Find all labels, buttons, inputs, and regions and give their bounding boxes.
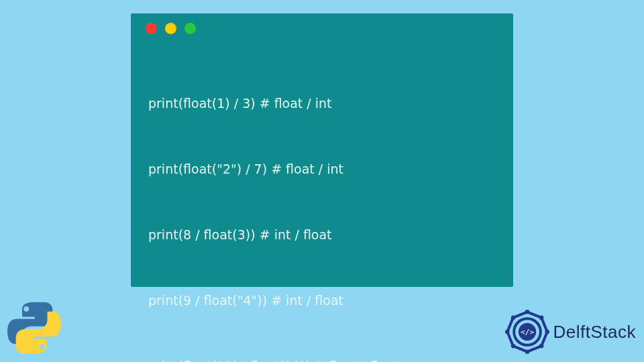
minimize-icon xyxy=(165,23,176,34)
code-line: print(float("2") / 7) # float / int xyxy=(148,158,496,180)
code-line: print(float(11) / float(10)) # float / f… xyxy=(148,355,496,362)
svg-text:</>: </> xyxy=(520,328,534,337)
code-line: print(9 / float("4")) # int / float xyxy=(148,290,496,312)
code-body: print(float(1) / 3) # float / int print(… xyxy=(131,41,513,362)
delftstack-badge-icon: </> xyxy=(505,310,549,354)
python-logo-icon xyxy=(5,299,63,357)
delftstack-brand-text: DelftStack xyxy=(553,322,637,343)
svg-point-11 xyxy=(511,316,515,320)
svg-point-7 xyxy=(539,344,543,349)
svg-point-10 xyxy=(505,330,510,335)
window-titlebar xyxy=(131,13,513,41)
svg-point-5 xyxy=(539,316,543,320)
code-window: print(float(1) / 3) # float / int print(… xyxy=(131,13,513,287)
code-line: print(8 / float(3)) # int / float xyxy=(148,224,496,246)
svg-point-4 xyxy=(525,310,529,314)
svg-point-9 xyxy=(511,344,515,349)
close-icon xyxy=(146,23,157,34)
delftstack-logo: </> DelftStack xyxy=(505,310,637,354)
code-line: print(float(1) / 3) # float / int xyxy=(148,93,496,115)
svg-point-8 xyxy=(525,349,529,354)
maximize-icon xyxy=(184,23,196,34)
svg-point-6 xyxy=(545,330,549,335)
